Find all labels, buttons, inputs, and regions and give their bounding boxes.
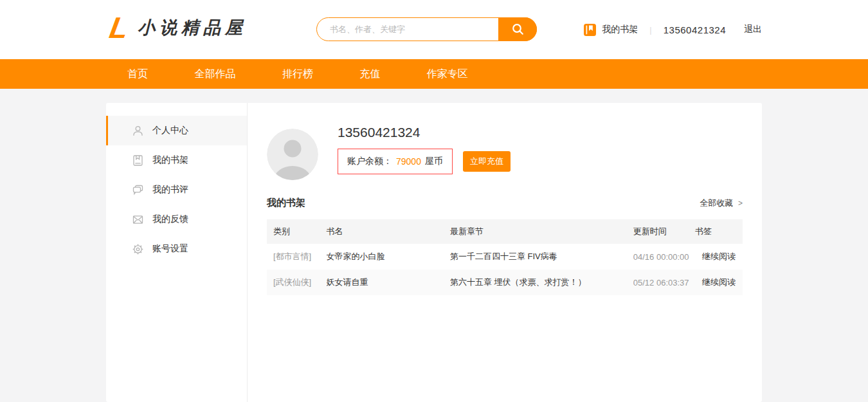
balance-box: 账户余额： 79000 屋币 <box>338 149 453 174</box>
nav-item-home[interactable]: 首页 <box>127 59 148 89</box>
chevron-right-icon: > <box>738 199 743 208</box>
user-icon <box>132 125 144 137</box>
sidebar-item-label: 我的书评 <box>152 184 188 196</box>
sidebar-item-label: 我的反馈 <box>152 214 188 225</box>
sidebar-item-my-bookshelf[interactable]: 我的书架 <box>106 145 247 175</box>
sidebar-item-label: 我的书架 <box>152 154 188 166</box>
balance-value: 79000 <box>396 156 421 167</box>
site-logo[interactable]: L 小说精品屋 <box>110 13 247 42</box>
bookshelf-icon <box>584 24 596 36</box>
continue-reading-link[interactable]: 继续阅读 <box>695 244 743 270</box>
nav-item-ranking[interactable]: 排行榜 <box>282 59 313 89</box>
col-header-latest-chapter: 最新章节 <box>450 219 633 244</box>
comment-icon <box>132 184 144 196</box>
avatar <box>267 129 318 180</box>
sidebar-item-my-reviews[interactable]: 我的书评 <box>106 175 247 205</box>
cell-category: [都市言情] <box>267 244 327 270</box>
recharge-button[interactable]: 立即充值 <box>463 151 511 172</box>
balance-unit: 屋币 <box>425 156 443 167</box>
sidebar-item-my-feedback[interactable]: 我的反馈 <box>106 205 247 234</box>
cell-latest-chapter[interactable]: 第六十五章 埋伏（求票、求打赏！） <box>450 270 633 295</box>
header-bookshelf-link[interactable]: 我的书架 <box>584 24 638 36</box>
cell-book-name[interactable]: 女帝家的小白脸 <box>327 244 450 270</box>
sidebar-item-personal-center[interactable]: 个人中心 <box>106 116 247 145</box>
cell-update-time: 04/16 00:00:00 <box>633 244 695 270</box>
nav-item-all-works[interactable]: 全部作品 <box>194 59 235 89</box>
logout-link[interactable]: 退出 <box>744 24 762 35</box>
col-header-bookmark: 书签 <box>695 219 743 244</box>
cell-update-time: 05/12 06:03:37 <box>633 270 695 295</box>
table-row: [武侠仙侠] 妖女请自重 第六十五章 埋伏（求票、求打赏！） 05/12 06:… <box>267 270 743 295</box>
table-header-row: 类别 书名 最新章节 更新时间 书签 <box>267 219 743 244</box>
gear-icon <box>132 243 144 255</box>
profile-block: 13560421324 账户余额： 79000 屋币 立即充值 <box>267 123 743 180</box>
content-panel: 个人中心 我的书架 我的书评 <box>106 103 762 402</box>
bookshelf-section-title: 我的书架 <box>267 197 305 209</box>
search-bar <box>316 17 537 41</box>
search-input[interactable] <box>317 18 491 41</box>
cell-latest-chapter[interactable]: 第一千二百四十三章 FIV病毒 <box>450 244 633 270</box>
header-bookshelf-label: 我的书架 <box>602 24 638 35</box>
continue-reading-link[interactable]: 继续阅读 <box>695 270 743 295</box>
site-name: 小说精品屋 <box>138 16 247 39</box>
main-content: 13560421324 账户余额： 79000 屋币 立即充值 我的书架 全部收… <box>248 103 762 402</box>
col-header-book-name: 书名 <box>327 219 450 244</box>
cell-book-name[interactable]: 妖女请自重 <box>327 270 450 295</box>
logo-letter-icon: L <box>107 13 131 42</box>
mail-icon <box>132 214 144 226</box>
view-all-favorites-link[interactable]: 全部收藏 > <box>700 197 743 209</box>
col-header-update-time: 更新时间 <box>633 219 695 244</box>
col-header-category: 类别 <box>267 219 327 244</box>
view-all-label: 全部收藏 <box>700 198 733 208</box>
profile-username: 13560421324 <box>338 125 511 140</box>
header-divider: | <box>649 25 651 35</box>
header: L 小说精品屋 <box>0 0 868 59</box>
table-row: [都市言情] 女帝家的小白脸 第一千二百四十三章 FIV病毒 04/16 00:… <box>267 244 743 270</box>
balance-label: 账户余额： <box>347 156 392 167</box>
sidebar-item-account-settings[interactable]: 账号设置 <box>106 234 247 264</box>
nav-item-recharge[interactable]: 充值 <box>359 59 380 89</box>
nav-item-author-zone[interactable]: 作家专区 <box>427 59 468 89</box>
sidebar-item-label: 个人中心 <box>152 125 188 136</box>
sidebar: 个人中心 我的书架 我的书评 <box>106 103 248 402</box>
header-username[interactable]: 13560421324 <box>664 24 726 35</box>
main-nav: 首页 全部作品 排行榜 充值 作家专区 <box>0 59 868 89</box>
bookshelf-table: 类别 书名 最新章节 更新时间 书签 [都市言情] 女帝家的小白脸 第一千二百四… <box>267 219 743 295</box>
book-icon <box>132 154 144 167</box>
sidebar-item-label: 账号设置 <box>152 243 188 255</box>
search-button[interactable] <box>498 17 537 41</box>
search-icon <box>511 23 525 36</box>
cell-category: [武侠仙侠] <box>267 270 327 295</box>
